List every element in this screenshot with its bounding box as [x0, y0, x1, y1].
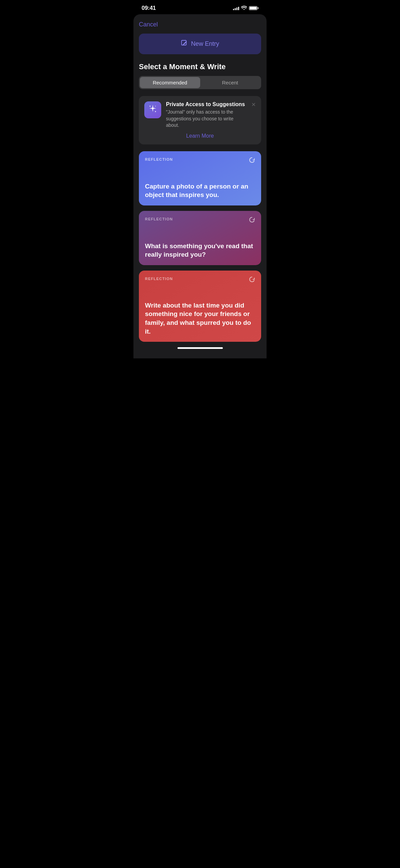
privacy-close-button[interactable]: ✕ [251, 101, 256, 108]
svg-point-1 [150, 106, 151, 107]
card-tag-3: Reflection [145, 277, 255, 281]
svg-point-2 [155, 106, 156, 106]
new-entry-label: New Entry [191, 40, 219, 47]
privacy-icon-wrap [144, 101, 161, 118]
main-content: Cancel New Entry Select a Moment & Write… [133, 14, 267, 358]
card-tag-1: Reflection [145, 157, 255, 161]
svg-point-3 [155, 111, 156, 112]
refresh-button-2[interactable] [248, 216, 256, 225]
tab-recent[interactable]: Recent [200, 77, 260, 88]
status-time: 09:41 [142, 5, 156, 12]
status-bar: 09:41 [133, 0, 267, 14]
card-question-2: What is something you've read that reall… [145, 242, 255, 259]
segmented-control: Recommended Recent [139, 76, 261, 89]
cancel-button[interactable]: Cancel [139, 21, 158, 28]
refresh-button-1[interactable] [248, 157, 256, 166]
sparkle-icon [148, 104, 157, 116]
home-indicator [177, 347, 223, 349]
reflection-card-2[interactable]: Reflection What is something you've read… [139, 211, 261, 265]
tab-recommended[interactable]: Recommended [140, 77, 200, 88]
battery-icon [249, 6, 258, 10]
card-question-3: Write about the last time you did someth… [145, 301, 255, 336]
refresh-button-3[interactable] [248, 276, 256, 285]
privacy-card-header: Private Access to Suggestions "Journal" … [144, 101, 256, 129]
card-tag-2: Reflection [145, 217, 255, 221]
privacy-title: Private Access to Suggestions [166, 101, 247, 107]
status-icons [233, 6, 258, 11]
privacy-text-block: Private Access to Suggestions "Journal" … [166, 101, 247, 129]
new-entry-button[interactable]: New Entry [139, 34, 261, 54]
learn-more-button[interactable]: Learn More [144, 133, 256, 139]
reflection-card-1[interactable]: Reflection Capture a photo of a person o… [139, 151, 261, 205]
signal-icon [233, 6, 239, 10]
privacy-desc: "Journal" only has access to the suggest… [166, 109, 247, 129]
wifi-icon [241, 6, 247, 11]
privacy-card: Private Access to Suggestions "Journal" … [139, 96, 261, 144]
reflection-card-3[interactable]: Reflection Write about the last time you… [139, 271, 261, 342]
card-question-1: Capture a photo of a person or an object… [145, 182, 255, 199]
section-title: Select a Moment & Write [139, 62, 261, 71]
new-entry-edit-icon [181, 40, 188, 48]
